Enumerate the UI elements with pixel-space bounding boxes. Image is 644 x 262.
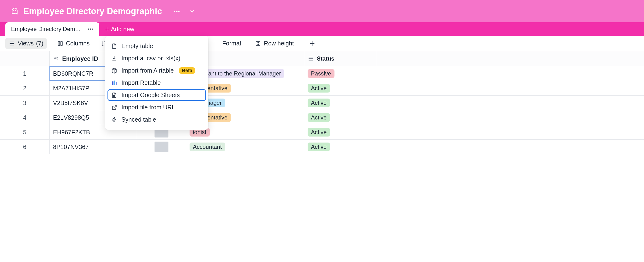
cell-job-title[interactable]: Accountant: [186, 140, 304, 154]
row-number[interactable]: 2: [0, 81, 50, 95]
cube-icon: [111, 67, 118, 74]
add-new-tab-button[interactable]: + Add new: [105, 22, 134, 36]
svg-point-4: [178, 11, 180, 12]
row-height-label: Row height: [264, 40, 294, 47]
columns-label: Columns: [66, 40, 90, 47]
menu-item-retable[interactable]: Import Retable: [108, 77, 206, 89]
views-button[interactable]: Views (7): [5, 38, 47, 49]
svg-point-7: [92, 29, 93, 30]
menu-item-label: Import file from URL: [122, 104, 175, 111]
svg-rect-8: [58, 41, 60, 45]
status-badge: Active: [308, 113, 330, 122]
menu-item-file[interactable]: Empty table: [108, 40, 206, 52]
status-badge: Active: [308, 143, 330, 151]
header-rownum: [0, 51, 50, 66]
columns-button[interactable]: Columns: [54, 38, 93, 49]
views-label: Views: [18, 40, 34, 47]
svg-rect-12: [116, 82, 116, 85]
cell-employee-id[interactable]: 8P107NV367: [50, 140, 137, 154]
list-icon: [308, 56, 314, 62]
grid-header-row: Employee ID Status: [0, 51, 644, 66]
ghost-icon: [11, 8, 18, 15]
job-title-badge: Accountant: [190, 143, 225, 151]
tab-active[interactable]: Employee Directory Demog...: [5, 22, 99, 36]
svg-point-3: [176, 11, 178, 12]
views-count: (7): [36, 40, 44, 47]
add-column-button[interactable]: [309, 40, 316, 47]
menu-item-cube[interactable]: Import from AirtableBeta: [108, 65, 206, 76]
hamburger-icon: [9, 40, 15, 47]
table-row: 4E21V8298Q5epresentativeActive: [0, 110, 644, 125]
svg-rect-9: [61, 41, 62, 45]
row-number[interactable]: 3: [0, 96, 50, 110]
plus-icon: +: [105, 26, 109, 33]
svg-point-5: [88, 29, 89, 30]
cell-status[interactable]: Active: [304, 110, 376, 125]
retable-icon: [111, 80, 118, 86]
cell-status[interactable]: Active: [304, 81, 376, 95]
columns-icon: [57, 40, 64, 47]
menu-item-label: Synced table: [122, 116, 156, 123]
page-title: Employee Directory Demographic: [23, 6, 162, 16]
svg-point-6: [90, 29, 91, 30]
svg-rect-10: [112, 81, 113, 85]
table-row: 3V2B5I7SK8Val ManagerActive: [0, 96, 644, 110]
beta-badge: Beta: [179, 67, 195, 74]
row-height-icon: [255, 40, 262, 47]
menu-item-label: Import a .csv or .xls(x): [122, 55, 180, 62]
table-row: 5EH967F2KTBionistActive: [0, 125, 644, 140]
cell-status[interactable]: Passive: [304, 66, 376, 81]
menu-item-label: Empty table: [122, 43, 153, 50]
add-table-menu: Empty tableImport a .csv or .xls(x)Impor…: [105, 36, 208, 130]
menu-item-sheet[interactable]: Import Google Sheets: [108, 89, 206, 101]
avatar: [154, 142, 168, 152]
row-number[interactable]: 6: [0, 140, 50, 154]
status-badge: Active: [308, 128, 330, 137]
tab-more-icon[interactable]: [87, 26, 94, 32]
svg-point-1: [15, 10, 16, 11]
chevron-down-icon[interactable]: [188, 7, 197, 16]
menu-item-label: Import Retable: [122, 79, 161, 86]
svg-point-0: [13, 10, 14, 11]
sheet-icon: [111, 92, 118, 98]
app-header: Employee Directory Demographic: [0, 0, 644, 22]
toolbar: Views (7) Columns Format Row height: [0, 36, 644, 51]
menu-item-label: Import Google Sheets: [122, 92, 180, 98]
table-row: 1BD60RQNC7RAssistant to the Regional Man…: [0, 66, 644, 81]
row-number[interactable]: 4: [0, 110, 50, 125]
cell-photo[interactable]: [137, 140, 186, 154]
cell-status[interactable]: Active: [304, 96, 376, 110]
svg-point-2: [174, 11, 176, 12]
table-row: 2M2A71HIS7PepresentativeActive: [0, 81, 644, 96]
header-status-label: Status: [317, 55, 334, 62]
tab-label: Employee Directory Demog...: [11, 26, 83, 33]
status-badge: Passive: [308, 69, 334, 78]
cell-status[interactable]: Active: [304, 140, 376, 154]
status-badge: Active: [308, 84, 330, 92]
row-height-button[interactable]: Row height: [252, 38, 297, 49]
download-icon: [111, 55, 118, 62]
format-label: Format: [222, 40, 241, 47]
cell-status[interactable]: Active: [304, 125, 376, 140]
status-badge: Active: [308, 98, 330, 107]
data-grid: Employee ID Status 1BD60RQNC7RAssistant …: [0, 51, 644, 154]
menu-item-bolt[interactable]: Synced table: [108, 114, 206, 125]
bolt-icon: [111, 116, 118, 123]
format-button[interactable]: Format: [219, 38, 244, 49]
row-number[interactable]: 5: [0, 125, 50, 140]
menu-item-link-ext[interactable]: Import file from URL: [108, 101, 206, 113]
table-row: 68P107NV367AccountantActive: [0, 140, 644, 154]
header-more-icon[interactable]: [172, 7, 182, 16]
svg-rect-11: [114, 80, 115, 85]
fingerprint-icon: [53, 56, 59, 62]
link-ext-icon: [111, 104, 118, 111]
menu-item-label: Import from Airtable: [122, 67, 174, 74]
menu-item-download[interactable]: Import a .csv or .xls(x): [108, 52, 206, 64]
tab-strip: Employee Directory Demog... + Add new: [0, 22, 644, 36]
header-status[interactable]: Status: [304, 51, 376, 66]
file-icon: [111, 43, 118, 50]
row-number[interactable]: 1: [0, 66, 50, 81]
add-new-label: Add new: [111, 26, 134, 33]
header-employee-id-label: Employee ID: [62, 55, 98, 62]
